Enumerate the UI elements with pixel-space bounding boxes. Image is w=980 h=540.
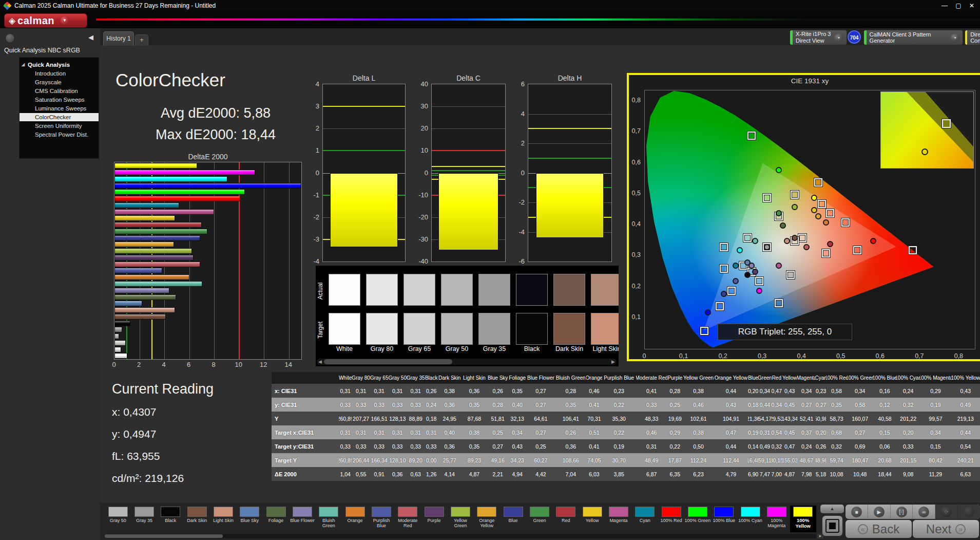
reference-line (528, 128, 611, 129)
axis-tick-label: 4 (509, 110, 525, 118)
table-cell: 7,47 (758, 467, 771, 481)
table-cell: 17,87 (667, 453, 683, 467)
pattern-chip-dark-skin[interactable]: Dark Skin (184, 506, 210, 532)
chip-color (108, 507, 128, 517)
scrollbar-thumb[interactable] (105, 534, 223, 538)
pattern-chip-100-red[interactable]: 100% Red (658, 506, 684, 532)
sidebar-knob-button[interactable] (5, 33, 15, 43)
maximize-button[interactable]: ▢ (953, 1, 964, 10)
pattern-chip-100-magenta[interactable]: 100% Magenta (763, 506, 790, 532)
chip-label: 100% Magenta (763, 518, 790, 529)
pattern-chip-yellow[interactable]: Yellow (579, 506, 605, 532)
record-button[interactable] (958, 505, 980, 519)
sidebar-item-saturation-sweeps[interactable]: Saturation Sweeps (20, 96, 99, 104)
sidebar-item-spectral-power-dist-[interactable]: Spectral Power Dist. (20, 131, 99, 139)
pattern-chip-blue-flower[interactable]: Blue Flower (289, 506, 315, 532)
pattern-chip-100-yellow[interactable]: 100% Yellow (790, 506, 816, 532)
cie-measured-marker (780, 222, 786, 229)
pattern-chip-green[interactable]: Green (526, 506, 552, 532)
pattern-chip-purplish-blue[interactable]: Purplish Blue (368, 506, 394, 532)
pattern-chip-light-skin[interactable]: Light Skin (210, 506, 236, 532)
sidebar-item-luminance-sweeps[interactable]: Luminance Sweeps (20, 104, 99, 113)
column-header: 100% Red (826, 372, 847, 384)
pattern-chip-gray-50[interactable]: Gray 50 (105, 506, 131, 532)
table-cell: 0,00 (425, 453, 438, 467)
delta-c-title: Delta C (431, 74, 506, 82)
display-control-dropdown[interactable]: Direct Display Control ▼ (965, 30, 980, 45)
sidebar-item-screen-uniformity[interactable]: Screen Uniformity (20, 122, 99, 130)
chip-color (398, 507, 417, 517)
sidebar-collapse-icon[interactable]: ◀ (88, 33, 93, 41)
pattern-chip-blue-sky[interactable]: Blue Sky (237, 506, 263, 532)
close-button[interactable]: ✕ (966, 1, 977, 10)
table-cell: 108,66 (555, 453, 586, 467)
scroll-left-icon[interactable]: ◀ (318, 359, 322, 365)
calman-menu-button[interactable]: ◈ calman ▼ (4, 13, 87, 28)
step-button[interactable]: [·] (891, 505, 913, 519)
pattern-chip-yellow-green[interactable]: Yellow Green (447, 506, 473, 532)
avg-de2000: Avg dE2000: 5,88 (123, 105, 308, 121)
pattern-chip-foliage[interactable]: Foliage (263, 506, 289, 532)
play-button[interactable]: ▶ (868, 505, 891, 519)
table-row: Target x:CIE310,310,310,310,310,310,310,… (272, 425, 980, 439)
stop-button[interactable]: ■ (846, 505, 868, 519)
swatch-scrollbar[interactable]: ◀ ▶ (317, 359, 617, 365)
sidebar-item-colorchecker[interactable]: ColorChecker (20, 113, 99, 121)
back-button[interactable]: « Back (846, 520, 912, 538)
table-cell: 240,21 (951, 453, 980, 467)
pattern-chip-moderate-red[interactable]: Moderate Red (395, 506, 421, 532)
table-cell: 0,46 (683, 398, 714, 412)
sidebar-item-cms-calibration[interactable]: CMS Calibration (20, 87, 99, 95)
de-bar-100-green (114, 189, 245, 195)
tree-root-quick-analysis[interactable]: ◢ Quick Analysis (20, 61, 99, 69)
scrollbar-thumb[interactable] (324, 359, 452, 364)
column-header: 100% Green (847, 372, 873, 384)
sidebar-item-grayscale[interactable]: Grayscale (20, 78, 99, 86)
pattern-chip-100-green[interactable]: 100% Green (684, 506, 710, 532)
pattern-window-toggle[interactable] (821, 515, 843, 537)
table-cell: 40,58 (873, 412, 897, 425)
refresh-button[interactable]: ⟳ (935, 505, 958, 519)
table-cell: 0,44 (714, 384, 748, 398)
chip-color (609, 507, 628, 517)
pattern-chip-blue[interactable]: Blue (500, 506, 526, 532)
axis-tick-label: -40 (413, 257, 428, 265)
pattern-chip-100-cyan[interactable]: 100% Cyan (737, 506, 763, 532)
meter-dropdown[interactable]: X-Rite i1Pro 3 Direct View ▼ (790, 30, 847, 45)
pattern-generator-dropdown[interactable]: CalMAN Client 3 Pattern Generator ▼ (863, 30, 963, 45)
table-cell: 0,33 (339, 398, 352, 412)
scroll-right-icon[interactable]: ▶ (611, 359, 615, 365)
minimize-button[interactable]: — (939, 1, 950, 10)
axis-tick-label: -2 (509, 198, 525, 206)
table-cell: 201,22 (896, 412, 920, 425)
tab-history-1[interactable]: History 1 (103, 31, 134, 46)
pattern-chip-red[interactable]: Red (553, 506, 579, 532)
pattern-chip-purple[interactable]: Purple (421, 506, 447, 532)
swatch-label: Gray 35 (476, 345, 512, 352)
pattern-chip-black[interactable]: Black (158, 506, 184, 532)
column-header: Foliage (508, 372, 527, 384)
chip-label: 100% Red (658, 518, 684, 523)
reference-line (323, 150, 405, 151)
chip-label: Gray 35 (131, 518, 157, 523)
table-cell: 166,51 (370, 412, 389, 425)
loop-button[interactable]: ∞ (913, 505, 935, 519)
pattern-chip-orange-yellow[interactable]: Orange Yellow (474, 506, 500, 532)
pattern-chip-cyan[interactable]: Cyan (632, 506, 658, 532)
pattern-chip-100-blue[interactable]: 100% Blue (711, 506, 737, 532)
pattern-chip-bluish-green[interactable]: Bluish Green (316, 506, 342, 532)
sidebar-item-introduction[interactable]: Introduction (20, 69, 99, 78)
gridline (264, 162, 264, 359)
chip-color (556, 507, 575, 517)
table-cell: 4,87 (782, 467, 797, 481)
chip-color (214, 507, 233, 517)
collapse-pattern-bar-button[interactable]: ▲ (820, 505, 844, 513)
pattern-chip-orange[interactable]: Orange (342, 506, 368, 532)
next-button[interactable]: Next » (913, 520, 979, 538)
pattern-scrollbar[interactable]: ▶ (105, 534, 816, 538)
pattern-chip-gray-35[interactable]: Gray 35 (131, 506, 157, 532)
table-cell: 0,31 (370, 384, 389, 398)
add-tab-button[interactable]: + (135, 34, 148, 46)
table-cell: 6,63 (951, 467, 980, 481)
pattern-chip-magenta[interactable]: Magenta (605, 506, 631, 532)
